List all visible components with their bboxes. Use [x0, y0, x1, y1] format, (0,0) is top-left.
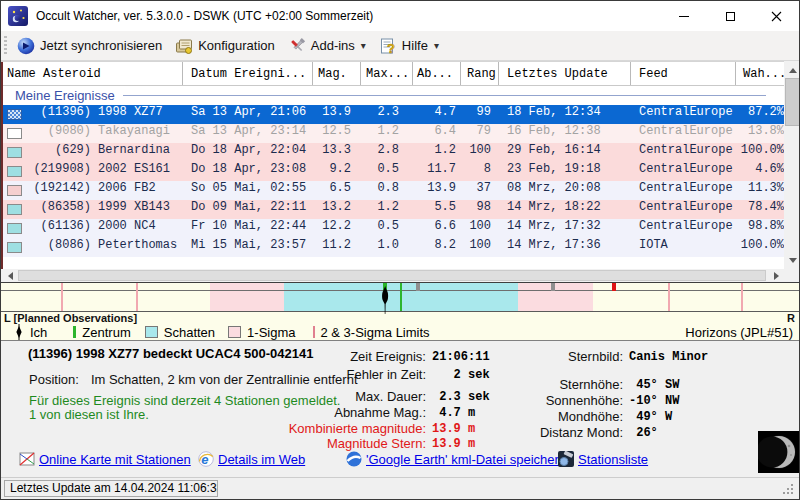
cell-wah: 13.8%	[736, 124, 784, 143]
cell-date: Do 18 Apr, 22:04	[183, 143, 313, 162]
asteroid-number: (8086)	[29, 238, 91, 257]
row-checkbox[interactable]	[7, 204, 22, 215]
group-label: Meine Ereignisse	[15, 88, 115, 103]
table-row[interactable]: (86358) 1999 XB143 Do 09 Mai, 22:11 13.2…	[1, 200, 784, 219]
column-header-wah[interactable]: Wah...	[736, 62, 784, 85]
table-row[interactable]: (629) Bernardina Do 18 Apr, 22:04 13.3 2…	[1, 143, 784, 162]
arrow-down-icon	[789, 258, 797, 263]
cell-rang: 99	[461, 105, 499, 124]
cell-mag: 12.5	[313, 124, 361, 143]
table-row[interactable]: (11396) 1998 XZ77 Sa 13 Apr, 21:06 13.9 …	[1, 105, 784, 124]
observer-position-marker[interactable]	[378, 286, 392, 314]
help-dropdown-arrow: ▾	[434, 40, 439, 51]
timeline-segment-bg	[1, 291, 210, 311]
row-checkbox[interactable]	[7, 223, 22, 234]
resize-grip[interactable]	[783, 484, 795, 496]
online-map-link[interactable]: Online Karte mit Stationen	[39, 452, 191, 467]
scroll-up-button[interactable]	[785, 62, 800, 78]
cell-ab: 6.4	[413, 124, 461, 143]
help-icon: ?	[379, 37, 397, 55]
scroll-right-button[interactable]	[769, 269, 784, 282]
asteroid-number: (629)	[29, 143, 91, 162]
minimize-button[interactable]	[661, 1, 707, 31]
cell-ab: 13.9	[413, 181, 461, 200]
cell-update: 16 Feb, 12:38	[499, 124, 631, 143]
cell-max: 1.2	[361, 200, 413, 219]
cell-rang: 37	[461, 181, 499, 200]
scroll-down-button[interactable]	[785, 252, 800, 268]
scroll-left-button[interactable]	[3, 269, 18, 282]
legend-label-23sigma: 2 & 3-Sigma Limits	[321, 325, 430, 340]
toolbar-grip[interactable]	[4, 36, 7, 56]
cell-mag: 12.2	[313, 219, 361, 238]
event-details-panel: (11396) 1998 XZ77 bedeckt UCAC4 500-0421…	[1, 341, 800, 477]
help-button[interactable]: ? Hilfe ▾	[376, 35, 442, 57]
table-row[interactable]: (192142) 2006 FB2 So 05 Mai, 02:55 6.5 0…	[1, 181, 784, 200]
cell-name-asteroid: (8086) Peterthomas	[29, 238, 183, 257]
column-header-update[interactable]: Letztes Update	[499, 62, 631, 85]
close-button[interactable]	[753, 1, 799, 31]
row-checkbox[interactable]	[7, 128, 22, 139]
minimize-icon	[679, 16, 689, 17]
timeline-segment-sigma1	[518, 283, 593, 290]
cell-mag: 11.2	[313, 238, 361, 257]
table-row[interactable]: (219908) 2002 ES161 Do 18 Apr, 23:08 9.2…	[1, 162, 784, 181]
link-google-earth: 'Google Earth' kml-Datei speichern	[346, 451, 566, 467]
link-online-map: Online Karte mit Stationen	[19, 451, 191, 467]
column-header-rang[interactable]: Rang	[461, 62, 499, 85]
row-checkbox-cell	[1, 162, 29, 181]
cell-rang: 100	[461, 238, 499, 257]
table-vertical-scrollbar[interactable]	[784, 61, 800, 269]
asteroid-name: 1999 XB143	[98, 200, 170, 219]
station-list-link[interactable]: Stationsliste	[578, 452, 648, 467]
map-icon	[19, 451, 35, 467]
add-ins-button[interactable]: Add-ins ▾	[285, 35, 369, 57]
field-label-magnitude-stern: Magnitude Stern:	[236, 436, 426, 451]
horizontal-scrollbar-thumb[interactable]	[18, 270, 766, 281]
row-checkbox[interactable]	[7, 185, 22, 196]
vertical-scrollbar-thumb[interactable]	[785, 78, 800, 126]
add-ins-label: Add-ins	[311, 38, 355, 53]
table-row[interactable]: (9080) Takayanagi Sa 13 Apr, 23:14 12.5 …	[1, 124, 784, 143]
column-header-name[interactable]: Name Asteroid	[1, 62, 183, 85]
column-header-date[interactable]: Datum Ereigni...	[183, 62, 313, 85]
row-checkbox[interactable]	[7, 109, 22, 120]
field-label-sternhoehe: Sternhöhe:	[491, 377, 623, 392]
rows-host: (11396) 1998 XZ77 Sa 13 Apr, 21:06 13.9 …	[1, 105, 784, 257]
table-row[interactable]: (61136) 2000 NC4 Fr 10 Mai, 22:44 12.2 0…	[1, 219, 784, 238]
asteroid-number: (219908)	[29, 162, 91, 181]
row-checkbox-cell	[1, 219, 29, 238]
column-header-feed[interactable]: Feed	[631, 62, 736, 85]
cell-date: Do 09 Mai, 22:11	[183, 200, 313, 219]
cell-feed: CentralEurope	[631, 219, 736, 238]
row-checkbox[interactable]	[7, 166, 22, 177]
cell-feed: CentralEurope	[631, 181, 736, 200]
svg-text:?: ?	[387, 40, 395, 55]
center-line	[400, 283, 402, 311]
cell-feed: CentralEurope	[631, 200, 736, 219]
cell-mag: 13.9	[313, 105, 361, 124]
row-checkbox[interactable]	[7, 147, 22, 158]
timeline-horizontal-scrollbar[interactable]	[1, 269, 784, 282]
cell-rang: 8	[461, 162, 499, 181]
cell-rang: 100	[461, 143, 499, 162]
cell-max: 0.5	[361, 219, 413, 238]
cell-max: 0.5	[361, 162, 413, 181]
details-web-link[interactable]: Details im Web	[218, 452, 305, 467]
maximize-button[interactable]	[707, 1, 753, 31]
group-row[interactable]: Meine Ereignisse	[1, 86, 784, 105]
cell-wah: 78.4%	[736, 200, 784, 219]
column-header-ab[interactable]: Ab...	[413, 62, 461, 85]
sync-now-button[interactable]: Jetzt synchronisieren	[14, 35, 165, 57]
cell-max: 0.8	[361, 181, 413, 200]
table-row[interactable]: (8086) Peterthomas Mi 15 Mai, 23:57 11.2…	[1, 238, 784, 257]
timeline-legend: Ich Zentrum Schatten 1-Sigma 2 & 3-Sigma…	[1, 324, 800, 341]
configuration-button[interactable]: Konfiguration	[172, 35, 278, 57]
column-header-max[interactable]: Max...	[361, 62, 413, 85]
observer-marker-icon	[14, 324, 24, 340]
row-checkbox[interactable]	[7, 242, 22, 253]
field-value-magnitude-stern: 13.9 m	[432, 437, 475, 451]
cell-date: Mi 15 Mai, 23:57	[183, 238, 313, 257]
google-earth-kml-link[interactable]: 'Google Earth' kml-Datei speichern	[366, 452, 566, 467]
column-header-mag[interactable]: Mag.	[313, 62, 361, 85]
